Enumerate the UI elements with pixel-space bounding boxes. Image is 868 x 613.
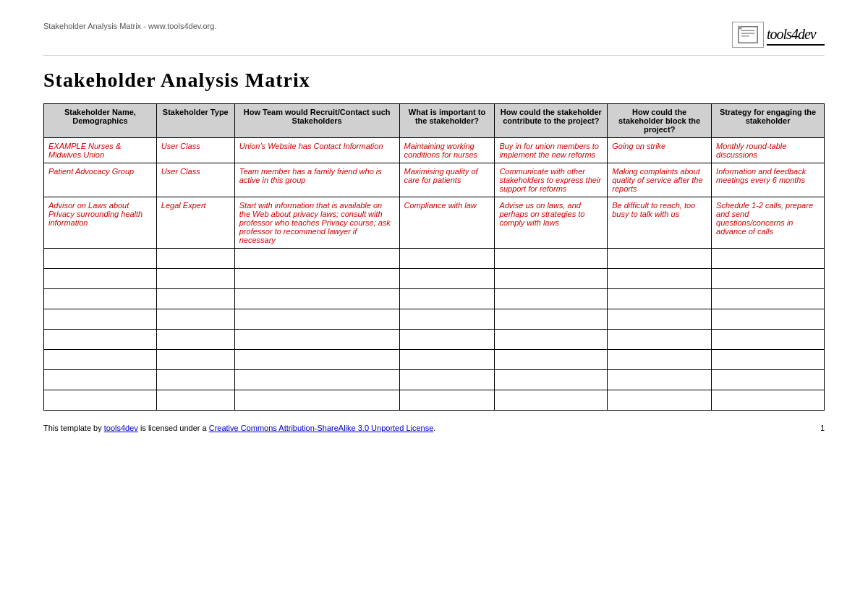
cell-block: Making complaints about quality of servi… [608, 163, 712, 197]
empty-cell [156, 350, 234, 370]
empty-cell [712, 330, 825, 350]
empty-cell [495, 390, 608, 411]
empty-row [44, 370, 825, 390]
logo-wrapper: tools4dev [732, 22, 825, 49]
empty-cell [608, 309, 712, 330]
empty-cell [399, 289, 495, 309]
empty-cell [608, 390, 712, 411]
footer-text: This template by tools4dev is licensed u… [43, 424, 435, 432]
empty-cell [156, 289, 234, 309]
empty-cell [234, 309, 399, 330]
logo-text-area: tools4dev [767, 26, 825, 46]
cell-recruit: Start with information that is available… [234, 197, 399, 249]
empty-cell [234, 289, 399, 309]
cell-name: EXAMPLE Nurses & Midwives Union [44, 138, 157, 163]
empty-cell [608, 289, 712, 309]
empty-cell [712, 390, 825, 411]
empty-cell [712, 269, 825, 289]
page-number: 1 [820, 424, 825, 432]
cell-block: Be difficult to reach, too busy to talk … [608, 197, 712, 249]
cell-type: Legal Expert [156, 197, 234, 249]
empty-cell [156, 309, 234, 330]
empty-cell [399, 269, 495, 289]
empty-cell [156, 269, 234, 289]
empty-cell [44, 390, 157, 411]
empty-cell [44, 269, 157, 289]
empty-cell [44, 289, 157, 309]
empty-cell [399, 370, 495, 390]
col-header-contribute: How could the stakeholder contribute to … [495, 104, 608, 138]
empty-cell [234, 269, 399, 289]
table-row: EXAMPLE Nurses & Midwives UnionUser Clas… [44, 138, 825, 163]
empty-cell [399, 249, 495, 269]
empty-row [44, 390, 825, 411]
col-header-block: How could the stakeholder block the proj… [608, 104, 712, 138]
empty-cell [156, 249, 234, 269]
logo-icon [737, 25, 759, 45]
empty-cell [44, 249, 157, 269]
stakeholder-table: Stakeholder Name, Demographics Stakehold… [43, 103, 825, 411]
col-header-type: Stakeholder Type [156, 104, 234, 138]
empty-cell [156, 330, 234, 350]
empty-row [44, 249, 825, 269]
empty-cell [495, 289, 608, 309]
empty-cell [608, 330, 712, 350]
empty-cell [234, 390, 399, 411]
col-header-recruit: How Team would Recruit/Contact such Stak… [234, 104, 399, 138]
empty-cell [44, 350, 157, 370]
empty-cell [495, 370, 608, 390]
empty-cell [712, 370, 825, 390]
col-header-important: What is important to the stakeholder? [399, 104, 495, 138]
empty-cell [608, 350, 712, 370]
empty-cell [399, 390, 495, 411]
header-bar: Stakeholder Analysis Matrix - www.tools4… [43, 22, 825, 56]
empty-cell [44, 330, 157, 350]
empty-cell [712, 309, 825, 330]
cell-strategy: Monthly round-table discussions [712, 138, 825, 163]
empty-cell [234, 350, 399, 370]
empty-cell [44, 309, 157, 330]
footer: This template by tools4dev is licensed u… [43, 424, 825, 432]
empty-cell [608, 370, 712, 390]
footer-text-between: is licensed under a [138, 424, 209, 432]
empty-cell [712, 289, 825, 309]
footer-text-after: . [433, 424, 435, 432]
empty-cell [495, 249, 608, 269]
cell-strategy: Information and feedback meetings every … [712, 163, 825, 197]
empty-row [44, 350, 825, 370]
col-header-strategy: Strategy for engaging the stakeholder [712, 104, 825, 138]
empty-cell [495, 330, 608, 350]
header-title: Stakeholder Analysis Matrix - www.tools4… [43, 22, 216, 30]
empty-cell [712, 249, 825, 269]
empty-cell [608, 249, 712, 269]
cell-contribute: Communicate with other stakeholders to e… [495, 163, 608, 197]
empty-cell [712, 350, 825, 370]
empty-cell [234, 370, 399, 390]
empty-cell [156, 370, 234, 390]
empty-cell [234, 330, 399, 350]
empty-cell [399, 330, 495, 350]
cell-type: User Class [156, 163, 234, 197]
logo-underline [767, 44, 825, 46]
footer-link-cc[interactable]: Creative Commons Attribution-ShareAlike … [209, 424, 434, 432]
page: Stakeholder Analysis Matrix - www.tools4… [0, 0, 868, 454]
empty-row [44, 269, 825, 289]
cell-name: Advisor on Laws about Privacy surroundin… [44, 197, 157, 249]
empty-cell [608, 269, 712, 289]
cell-important: Compliance with law [399, 197, 495, 249]
empty-row [44, 289, 825, 309]
cell-name: Patient Advocacy Group [44, 163, 157, 197]
table-row: Patient Advocacy GroupUser ClassTeam mem… [44, 163, 825, 197]
logo-box [732, 22, 764, 48]
empty-cell [234, 249, 399, 269]
empty-cell [495, 309, 608, 330]
logo-text: tools4dev [767, 26, 825, 43]
cell-important: Maximising quality of care for patients [399, 163, 495, 197]
cell-recruit: Team member has a family friend who is a… [234, 163, 399, 197]
footer-text-before: This template by [43, 424, 104, 432]
cell-strategy: Schedule 1-2 calls, prepare and send que… [712, 197, 825, 249]
svg-rect-4 [738, 26, 742, 30]
empty-cell [399, 309, 495, 330]
footer-link-tools4dev[interactable]: tools4dev [104, 424, 138, 432]
empty-row [44, 309, 825, 330]
